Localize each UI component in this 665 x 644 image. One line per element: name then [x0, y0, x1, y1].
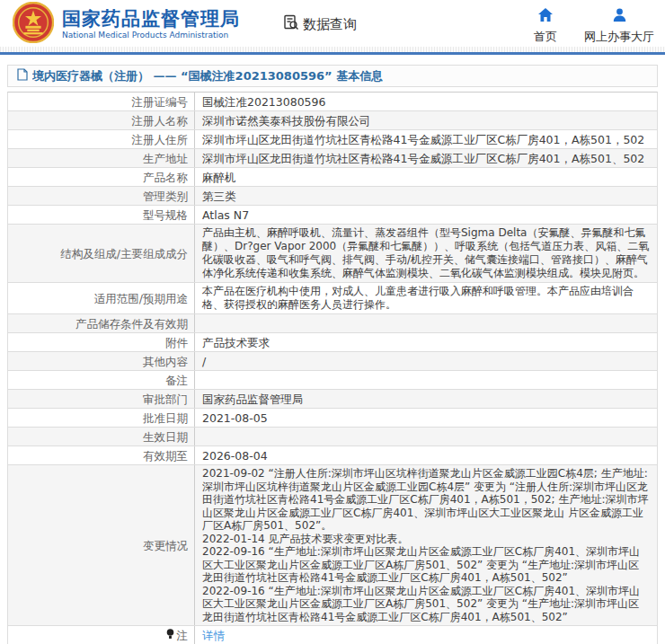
row-value: 本产品在医疗机构中使用，对成人、儿童患者进行吸入麻醉和呼吸管理。本产品应由培训合…	[195, 283, 657, 313]
agency-brand: 国家药品监督管理局 National Medical Products Admi…	[62, 8, 240, 40]
row-value: 产品技术要求	[195, 333, 657, 351]
row-value: 深圳市诺然美泰科技股份有限公司	[195, 111, 657, 129]
row-label: 产品储存条件及有效期	[8, 314, 195, 332]
home-icon	[538, 8, 553, 25]
table-row-registrant-address: 注册人住所 深圳市坪山区龙田街道竹坑社区青松路41号金威源工业厂区C栋厂房401…	[8, 130, 657, 149]
row-label: 变更情况	[8, 465, 195, 625]
row-label: 附件	[8, 333, 195, 351]
row-value: 2026-08-04	[195, 446, 657, 464]
table-row-remarks: 备注	[8, 371, 657, 390]
row-label: 有效期至	[8, 446, 195, 464]
row-label: 管理类别	[8, 187, 195, 205]
row-value	[195, 371, 657, 389]
table-row-model-spec: 型号规格 Atlas N7	[8, 206, 657, 225]
table-row-approval-date: 批准日期 2021-08-05	[8, 409, 657, 428]
agency-name-en: National Medical Products Administration	[62, 30, 240, 40]
nav-data-query-label: 数据查询	[303, 16, 357, 33]
site-header: 国家药品监督管理局 National Medical Products Admi…	[0, 0, 665, 47]
table-row-production-address: 生产地址 深圳市坪山区龙田街道竹坑社区青松路41号金威源工业厂区C栋厂房401，…	[8, 149, 657, 168]
table-row-management-class: 管理类别 第三类	[8, 187, 657, 206]
person-icon	[613, 8, 626, 25]
national-emblem-icon	[13, 2, 54, 47]
row-value: 深圳市坪山区龙田街道竹坑社区青松路41号金威源工业厂区C栋厂房401，A栋501…	[195, 149, 657, 167]
row-value: 详情	[195, 626, 657, 644]
row-label: 注	[8, 626, 195, 644]
header-right-nav: 首页 网上办事大厅	[534, 2, 654, 45]
details-link[interactable]: 详情	[202, 629, 225, 642]
nav-service-hall-label: 网上办事大厅	[584, 29, 654, 45]
row-value: 国械注准20213080596	[195, 93, 657, 110]
row-label: 结构及组成/主要组成成分	[8, 225, 195, 282]
row-label: 审批部门	[8, 390, 195, 408]
row-label: 生效日期	[8, 428, 195, 446]
page-title: 境内医疗器械（注册） —— “国械注准20213080596” 基本信息	[32, 68, 383, 84]
table-row-change-history: 变更情况 2021-09-02 “注册人住所:深圳市坪山区坑梓街道聚龙山片区金威…	[8, 465, 657, 626]
row-value: 第三类	[195, 187, 657, 205]
table-row-valid-until: 有效期至 2026-08-04	[8, 446, 657, 465]
table-row-product-name: 产品名称 麻醉机	[8, 168, 657, 187]
nav-service-hall[interactable]: 网上办事大厅	[584, 8, 654, 45]
agency-name-cn: 国家药品监督管理局	[62, 8, 240, 30]
row-label: 型号规格	[8, 206, 195, 224]
row-value: 国家药品监督管理局	[195, 390, 657, 408]
nav-home-label: 首页	[534, 29, 557, 45]
row-value: 深圳市坪山区龙田街道竹坑社区青松路41号金威源工业厂区C栋厂房401，A栋501…	[195, 130, 657, 148]
table-row-structure-composition: 结构及组成/主要组成成分 产品由主机、麻醉呼吸机、流量计、蒸发器组件（型号Sig…	[8, 225, 657, 283]
row-value: /	[195, 352, 657, 370]
row-label: 其他内容	[8, 352, 195, 370]
data-query-icon	[283, 14, 303, 34]
section-title-bar: 境内医疗器械（注册） —— “国械注准20213080596” 基本信息	[7, 65, 658, 87]
row-value: 麻醉机	[195, 168, 657, 186]
nav-data-query[interactable]: 数据查询	[283, 14, 357, 34]
row-value: 2021-08-05	[195, 409, 657, 427]
registration-info-table: 注册证编号 国械注准20213080596 注册人名称 深圳市诺然美泰科技股份有…	[7, 92, 658, 644]
table-row-registration-number: 注册证编号 国械注准20213080596	[8, 93, 657, 111]
row-label: 产品名称	[8, 168, 195, 186]
table-row-registrant-name: 注册人名称 深圳市诺然美泰科技股份有限公司	[8, 111, 657, 130]
note-label: 注	[177, 629, 189, 642]
row-value: Atlas N7	[195, 206, 657, 224]
table-row-intended-use: 适用范围/预期用途 本产品在医疗机构中使用，对成人、儿童患者进行吸入麻醉和呼吸管…	[8, 283, 657, 314]
table-row-attachment: 附件 产品技术要求	[8, 333, 657, 352]
row-label: 生产地址	[8, 149, 195, 167]
document-icon	[17, 67, 32, 84]
row-label: 适用范围/预期用途	[8, 283, 195, 313]
row-label: 注册证编号	[8, 93, 195, 110]
row-value	[195, 314, 657, 332]
table-row-approval-department: 审批部门 国家药品监督管理局	[8, 390, 657, 409]
row-label: 批准日期	[8, 409, 195, 427]
row-value	[195, 428, 657, 446]
table-row-effective-date: 生效日期	[8, 428, 657, 446]
row-value: 产品由主机、麻醉呼吸机、流量计、蒸发器组件（型号Sigma Delta（安氟醚、…	[195, 225, 657, 282]
nav-home[interactable]: 首页	[534, 8, 557, 45]
table-row-storage-conditions: 产品储存条件及有效期	[8, 314, 657, 333]
header-blue-divider	[0, 52, 665, 55]
note-bulb-icon	[166, 629, 174, 642]
row-value: 2021-09-02 “注册人住所:深圳市坪山区坑梓街道聚龙山片区金威源工业园C…	[195, 465, 657, 625]
table-row-other-content: 其他内容 /	[8, 352, 657, 371]
table-row-note: 注 详情	[8, 626, 657, 644]
row-label: 注册人名称	[8, 111, 195, 129]
row-label: 注册人住所	[8, 130, 195, 148]
row-label: 备注	[8, 371, 195, 389]
